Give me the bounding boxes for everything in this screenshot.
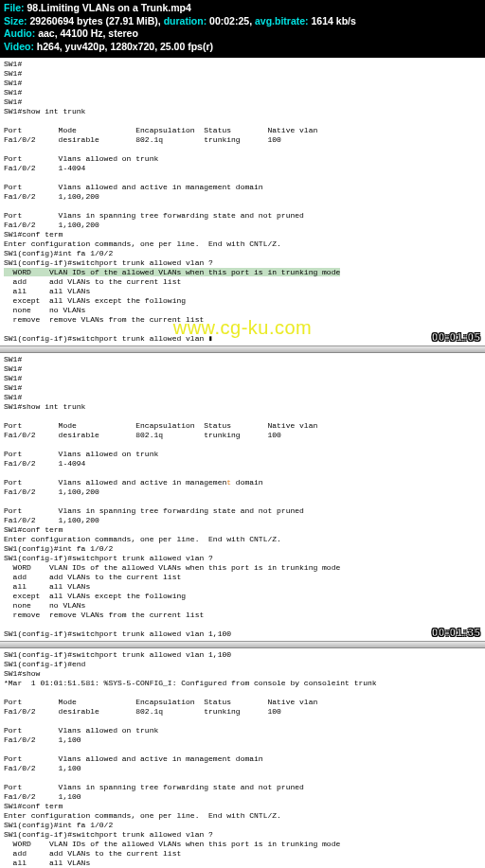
timestamp-1: 00:01:05 xyxy=(432,331,481,345)
file-line: File: 98.Limiting VLANs on a Trunk.mp4 xyxy=(4,2,481,15)
video-line: Video: h264, yuv420p, 1280x720, 25.00 fp… xyxy=(4,41,481,54)
terminal-output-1: SW1# SW1# SW1# SW1# SW1# SW1#show int tr… xyxy=(0,58,485,345)
size-line: Size: 29260694 bytes (27.91 MiB), durati… xyxy=(4,15,481,28)
frame-divider xyxy=(0,641,485,648)
frame-divider xyxy=(0,345,485,353)
terminal-output-2: SW1# SW1# SW1# SW1# SW1# SW1#show int tr… xyxy=(0,353,485,641)
terminal-frame-3: SW1(config-if)#switchport trunk allowed … xyxy=(0,648,485,868)
terminal-frame-2: SW1# SW1# SW1# SW1# SW1# SW1#show int tr… xyxy=(0,353,485,641)
audio-line: Audio: aac, 44100 Hz, stereo xyxy=(4,27,481,41)
terminal-frame-1: SW1# SW1# SW1# SW1# SW1# SW1#show int tr… xyxy=(0,58,485,345)
timestamp-2: 00:01:35 xyxy=(432,627,481,640)
media-info-header: File: 98.Limiting VLANs on a Trunk.mp4 S… xyxy=(0,0,485,58)
terminal-output-3: SW1(config-if)#switchport trunk allowed … xyxy=(0,648,485,868)
